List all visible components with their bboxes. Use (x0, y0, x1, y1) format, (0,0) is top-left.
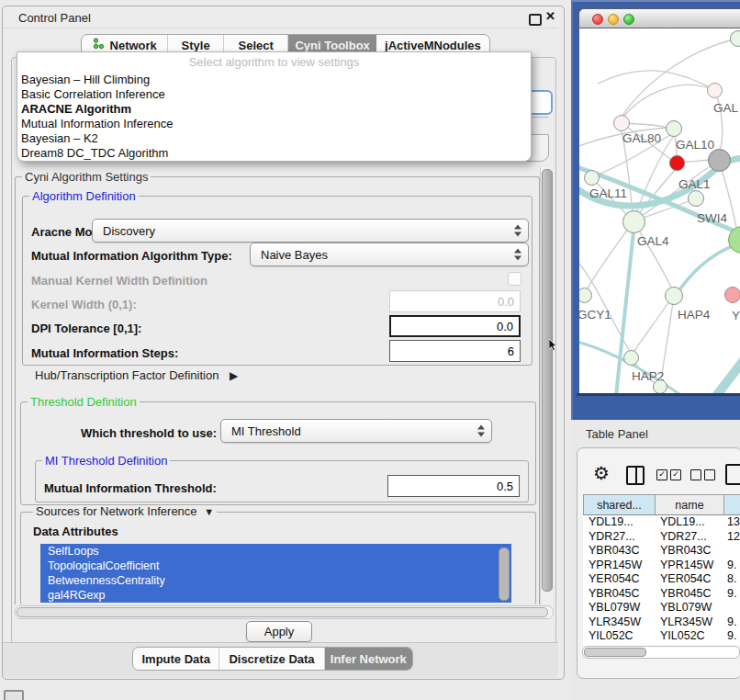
table-horizontal-scrollbar-thumb[interactable] (584, 648, 646, 657)
unchecked-box-icon[interactable] (690, 469, 701, 480)
tab-impute-data[interactable]: Impute Data (133, 648, 219, 670)
network-node[interactable] (724, 287, 740, 303)
network-node[interactable] (688, 190, 704, 207)
table-cell (727, 544, 740, 559)
tab-label: Select (239, 39, 274, 52)
network-canvas[interactable]: GALGAL80GAL10GAL1GAL11SWI4GAL4GCY1HAP4YH… (579, 28, 740, 393)
attribute-list-item[interactable]: SelfLoops (40, 544, 511, 559)
column-header-name[interactable]: name (656, 494, 724, 515)
network-node[interactable] (579, 288, 592, 303)
table-cell: YBR043C (660, 544, 726, 559)
table-row[interactable]: YIL052CYIL052C9. (583, 629, 740, 644)
gear-icon[interactable]: ⚙ (593, 464, 610, 482)
network-node[interactable] (730, 30, 740, 47)
table-cell: YDR27... (589, 530, 658, 545)
column-header-extra[interactable] (724, 494, 740, 515)
algorithm-option[interactable]: Dream8 DC_TDC Algorithm (21, 146, 526, 161)
hub-factor-section[interactable]: Hub/Transcription Factor Definition ▶ (35, 368, 238, 382)
data-attributes-label: Data Attributes (33, 525, 118, 538)
algorithm-option[interactable]: Mutual Information Inference (21, 117, 526, 131)
zoom-traffic-light[interactable] (623, 14, 634, 25)
tab-discretize-data[interactable]: Discretize Data (219, 648, 324, 670)
network-node[interactable] (707, 83, 723, 98)
table-row[interactable]: YBR043CYBR043C (583, 544, 740, 559)
table-row[interactable]: YPR145WYPR145W9. (583, 559, 740, 573)
collapsed-arrow-icon[interactable]: ▶ (230, 369, 238, 382)
algorithm-option[interactable]: Basic Correlation Inference (21, 87, 526, 102)
network-node-label: GAL80 (622, 131, 661, 145)
network-window-titlebar[interactable] (578, 8, 740, 28)
algorithm-option[interactable]: Bayesian – K2 (21, 131, 526, 146)
manual-kernel-checkbox[interactable] (508, 272, 521, 286)
expanded-arrow-icon[interactable]: ▼ (204, 506, 214, 517)
unchecked-box-icon[interactable] (704, 469, 715, 480)
attribute-list-item[interactable]: TopologicalCoefficient (40, 559, 511, 573)
checked-box-icon[interactable]: ✓ (670, 469, 681, 480)
attribute-list-item[interactable]: gal4RGexp (40, 588, 511, 603)
sources-group-title[interactable]: Sources for Network Inference ▼ (33, 505, 217, 518)
table-cell: 9. (727, 629, 740, 644)
tab-label: jActiveMNodules (385, 39, 481, 52)
algorithm-option[interactable]: ARACNE Algorithm (21, 102, 526, 117)
check-glyph: ✓ (672, 469, 679, 479)
tab-label: Infer Network (331, 652, 407, 666)
network-node[interactable] (669, 155, 685, 171)
network-node[interactable] (665, 287, 683, 305)
table-cell: 13 (727, 515, 740, 530)
network-node[interactable] (708, 149, 731, 172)
checked-box-icon[interactable]: ✓ (656, 469, 667, 480)
network-node-label: GAL10 (676, 138, 714, 152)
table-row[interactable]: YDR27...YDR27...12 (583, 530, 740, 545)
table-row[interactable]: YBR045CYBR045C9. (583, 587, 740, 602)
which-threshold-value: MI Threshold (231, 424, 301, 438)
settings-vertical-scrollbar-thumb[interactable] (542, 169, 553, 592)
settings-horizontal-scrollbar-thumb[interactable] (17, 607, 548, 617)
sources-title-text: Sources for Network Inference (36, 504, 197, 518)
algorithm-option[interactable]: Bayesian – Hill Climbing (21, 73, 526, 87)
minimized-panel-icon[interactable] (4, 690, 24, 700)
network-node-label: GAL11 (589, 186, 627, 200)
tab-label: Impute Data (141, 652, 209, 666)
table-cell: YER054C (589, 572, 658, 587)
column-header-shared[interactable]: shared... (583, 494, 656, 515)
kernel-width-label: Kernel Width (0,1): (31, 298, 137, 311)
table-row[interactable]: YER054CYER054C8. (583, 572, 740, 587)
attribute-list-item[interactable]: BetweennessCentrality (40, 573, 511, 588)
network-node[interactable] (653, 379, 667, 393)
table-row[interactable]: YLR345WYLR345W9. (583, 615, 740, 630)
network-node[interactable] (613, 115, 630, 131)
which-threshold-select[interactable]: MI Threshold (220, 419, 492, 443)
close-icon[interactable]: ✕ (545, 9, 555, 23)
table-panel: ⚙ ✓ ✓ shared... name YDL19...YDL19...13Y… (577, 447, 740, 679)
dpi-tolerance-input[interactable] (389, 315, 521, 337)
manual-kernel-label: Manual Kernel Width Definition (31, 274, 207, 288)
columns-icon[interactable] (626, 466, 645, 485)
apply-button[interactable]: Apply (246, 621, 312, 642)
mi-threshold-input[interactable] (387, 475, 520, 497)
network-node[interactable] (584, 170, 600, 186)
kernel-width-input[interactable] (389, 290, 521, 312)
float-window-icon[interactable] (529, 14, 542, 26)
table-cell: 9. (727, 587, 740, 602)
tab-infer-network[interactable]: Infer Network (325, 648, 412, 670)
network-node[interactable] (622, 210, 645, 233)
minimize-traffic-light[interactable] (608, 14, 619, 25)
mi-type-value: Naive Bayes (261, 248, 328, 262)
table-cell: YIL052C (589, 629, 658, 644)
network-node[interactable] (623, 350, 639, 366)
new-table-icon[interactable] (725, 464, 740, 485)
mi-steps-input[interactable] (389, 340, 521, 362)
network-node[interactable] (666, 120, 682, 137)
table-row[interactable]: YDL19...YDL19...13 (583, 515, 740, 530)
tab-label: Cyni Toolbox (295, 39, 369, 52)
data-attributes-list[interactable]: SelfLoopsTopologicalCoefficientBetweenne… (40, 544, 511, 604)
algorithm-dropdown-popup: Select algorithm to view settings Bayesi… (17, 51, 532, 162)
close-traffic-light[interactable] (592, 14, 603, 25)
aracne-mode-select[interactable]: Discovery (92, 219, 529, 243)
list-scrollbar-thumb[interactable] (499, 548, 510, 601)
which-threshold-label: Which threshold to use: (81, 426, 217, 440)
mi-type-select[interactable]: Naive Bayes (250, 243, 529, 266)
table-cell: 12 (727, 530, 740, 545)
table-row[interactable]: YBL079WYBL079W (583, 601, 740, 615)
aracne-mode-value: Discovery (103, 224, 155, 238)
